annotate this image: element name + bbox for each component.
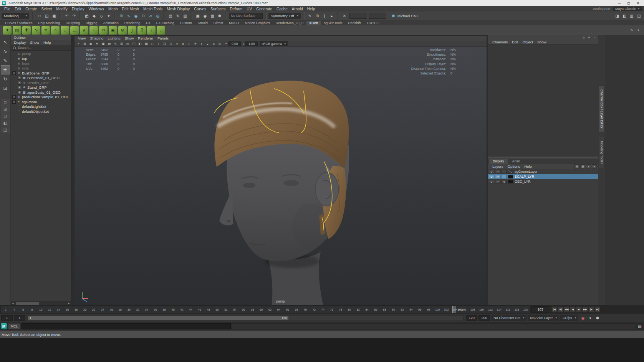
outliner-menu-item[interactable]: Help — [41, 40, 53, 45]
animation-end-field[interactable] — [478, 315, 490, 321]
isolate-select-icon[interactable]: ◎ — [217, 41, 223, 46]
inputs-to-selected-icon[interactable]: ▤ — [167, 12, 174, 19]
xgen-import-collection-icon[interactable]: ↓ — [157, 26, 165, 35]
bookmarks-icon[interactable]: ▾ — [94, 41, 100, 46]
toggle-attribute-editor-icon[interactable]: ◨ — [614, 12, 621, 19]
go-to-end-button[interactable]: ▶| — [594, 306, 600, 312]
construction-history-icon[interactable]: ↻ — [174, 12, 181, 19]
xgen-density-brush-icon[interactable]: ∴ — [51, 26, 60, 35]
colorspace-selector[interactable]: sRGB gamma ▾ — [260, 41, 288, 46]
viewport-menu-item[interactable]: Show — [123, 36, 136, 40]
layer-playback-toggle[interactable]: P — [495, 180, 500, 184]
outliner-item[interactable]: + ✦ sgGroom — [11, 99, 71, 104]
layer-row[interactable]: V P SCALP_LYR — [488, 174, 598, 179]
layer-new-from-selected-icon[interactable]: ▦ — [580, 164, 585, 169]
menu-item[interactable]: Select — [39, 7, 54, 11]
clear-input-icon[interactable]: ✕ — [341, 12, 348, 19]
outliner-menu-item[interactable]: Show — [28, 40, 41, 45]
range-slider-track[interactable]: 1 120 — [28, 315, 464, 321]
menu-item[interactable]: File — [2, 7, 12, 11]
snap-to-projected-center-icon[interactable]: ⊙ — [140, 12, 147, 19]
camera-attributes-icon[interactable]: ◉ — [88, 41, 94, 46]
step-forward-frame-button[interactable]: |▶ — [588, 306, 594, 312]
make-live-icon[interactable]: ◎ — [154, 12, 161, 19]
outliner-item[interactable]: + ⊕ Stand_GRP — [11, 85, 71, 90]
current-time-field[interactable] — [531, 306, 549, 312]
menu-item[interactable]: Curves — [192, 7, 208, 11]
lasso-select-tool[interactable]: ∿ — [1, 47, 10, 56]
shelf-tab[interactable]: Rendering — [122, 21, 143, 25]
expand-toggle-icon[interactable]: + — [18, 76, 21, 79]
shelf-tab[interactable]: Rigging — [83, 21, 100, 25]
use-all-lights-icon[interactable]: ☀ — [192, 41, 198, 46]
shelf-tab[interactable]: Curves / Surfaces — [2, 21, 35, 25]
layout-persp-outliner[interactable]: ◧ — [1, 120, 10, 126]
menu-item[interactable]: Help — [305, 7, 317, 11]
layer-color-swatch[interactable] — [508, 180, 513, 183]
time-slider[interactable]: 2468101214161820222426283032343638404244… — [1, 306, 530, 313]
xgen-width-brush-icon[interactable]: ↔ — [70, 26, 79, 35]
channel-box-menu-item[interactable]: Edit — [510, 40, 520, 44]
outliner-item[interactable]: ∷ defaultObjectSet — [11, 109, 71, 114]
xgen-sculpt-guides-icon[interactable]: ∿ — [32, 26, 40, 35]
shelf-tab[interactable]: RenderMan_23_0 — [273, 21, 306, 25]
menu-item[interactable]: Deform — [228, 7, 245, 11]
layer-row[interactable]: V P sgGroomLayer — [488, 169, 598, 174]
xgen-export-patches-icon[interactable]: ↑ — [147, 26, 156, 35]
go-to-start-button[interactable]: |◀ — [551, 306, 557, 312]
outliner-search[interactable]: Search... — [11, 45, 71, 51]
select-object-icon[interactable]: ◆ — [91, 12, 98, 19]
select-hierarchy-icon[interactable]: ◩ — [83, 12, 90, 19]
layer-move-up-icon[interactable]: ▴ — [586, 164, 591, 169]
layer-editor-menu-item[interactable]: Help — [522, 164, 534, 169]
layout-two-pane-stacked[interactable]: ⊟ — [1, 113, 10, 119]
select-tool[interactable]: ↖ — [1, 38, 10, 47]
shelf-tab[interactable]: Sculpting — [63, 21, 83, 25]
layout-four-pane[interactable]: ⊞ — [1, 106, 10, 112]
snap-to-grid-icon[interactable]: ⊞ — [118, 12, 125, 19]
layer-new-empty-icon[interactable]: ▤ — [574, 164, 579, 169]
shelf-tab[interactable]: Poly Modeling — [36, 21, 63, 25]
grid-icon[interactable]: ⊞ — [119, 41, 124, 46]
channel-box-menu-item[interactable]: Object — [521, 40, 535, 44]
viewport-menu-item[interactable]: Panels — [156, 36, 171, 40]
select-mask-menu-icon[interactable]: ▾ — [105, 12, 112, 19]
layer-visibility-toggle[interactable]: V — [489, 175, 494, 179]
character-set-selector[interactable]: No Character Set ▾ — [491, 315, 526, 321]
scale-tool[interactable]: ⊡ — [1, 84, 10, 93]
paint-effects-icon[interactable]: ✎ — [306, 12, 313, 19]
paint-select-tool[interactable]: ✎ — [1, 56, 10, 65]
expand-toggle-icon[interactable]: − — [12, 71, 16, 75]
play-viewport-icon[interactable]: ▸ — [328, 12, 335, 19]
time-slider-playhead[interactable]: 103 — [452, 306, 456, 313]
menu-item[interactable]: Create — [23, 7, 39, 11]
symmetry-selector[interactable]: Symmetry: Off ▾ — [268, 13, 301, 19]
render-current-frame-icon[interactable]: ▣ — [194, 12, 201, 19]
redo-icon[interactable]: ↷ — [71, 12, 78, 19]
layer-visibility-toggle[interactable]: V — [489, 170, 494, 174]
shelf-tab[interactable]: XGen — [306, 21, 321, 25]
snap-to-point-icon[interactable]: ◉ — [132, 12, 139, 19]
layout-single-pane[interactable]: □ — [1, 99, 10, 106]
shelf-editor-icon[interactable]: ✎ — [629, 28, 634, 33]
outliner-item[interactable]: + ⊕ Render_GRP — [11, 80, 71, 85]
range-slider-bar[interactable]: 1 120 — [28, 316, 288, 320]
outliner-item[interactable]: ◉ side — [11, 66, 71, 71]
anim-layer-selector[interactable]: No Anim Layer ▾ — [528, 315, 559, 321]
viewport-menu-item[interactable]: Renderer — [136, 36, 155, 40]
xgen-cut-modifier-icon[interactable]: ✂ — [99, 26, 108, 35]
outliner-item[interactable]: ◉ front — [11, 61, 71, 66]
panel-menu-icon[interactable]: ≡ — [593, 36, 596, 39]
viewport-menu-item[interactable]: View — [76, 36, 88, 40]
step-back-key-button[interactable]: ◀◀ — [564, 306, 570, 312]
shelf-tab[interactable]: FX — [143, 21, 153, 25]
undo-icon[interactable]: ↶ — [63, 12, 70, 19]
xgen-clump-modifier-icon[interactable]: ∧ — [80, 26, 88, 35]
outputs-from-selected-icon[interactable]: ▥ — [182, 12, 189, 19]
expand-toggle-icon[interactable]: + — [12, 95, 16, 99]
layer-editor-menu-item[interactable]: Options — [506, 164, 522, 169]
menu-item[interactable]: Edit Mesh — [120, 7, 141, 11]
ambient-occlusion-icon[interactable]: ◒ — [205, 41, 210, 46]
command-input[interactable] — [22, 323, 231, 329]
layer-color-swatch[interactable] — [508, 175, 513, 179]
